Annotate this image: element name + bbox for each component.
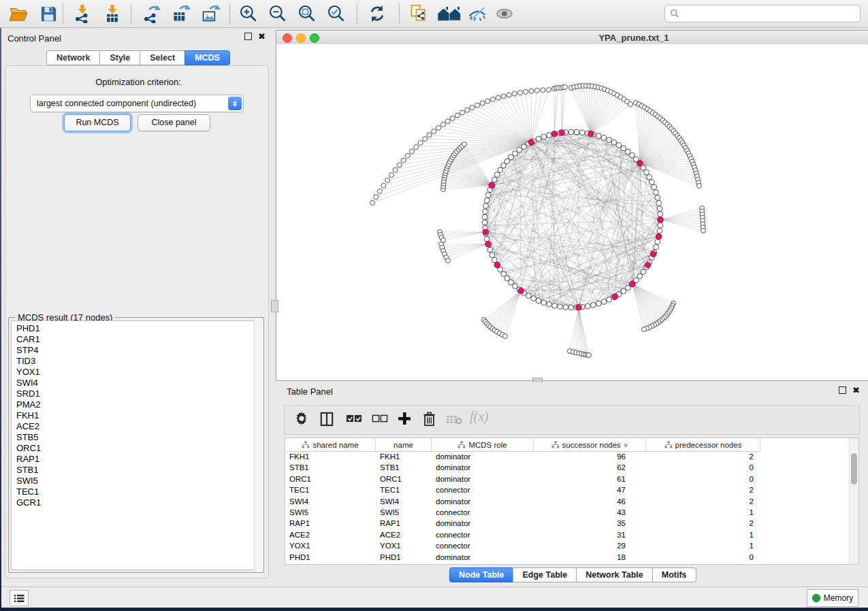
- table-row[interactable]: TEC1TEC1connector472: [285, 484, 760, 495]
- tab-network[interactable]: Network: [46, 50, 99, 65]
- network-window-titlebar[interactable]: YPA_prune.txt_1: [276, 31, 868, 45]
- export-table-icon[interactable]: [170, 4, 193, 23]
- table-row[interactable]: SWI5SWI5connector431: [285, 507, 760, 518]
- mcds-result-item[interactable]: CAR1: [12, 334, 261, 345]
- select-stepper-icon: [228, 97, 242, 110]
- mcds-result-item[interactable]: STP4: [12, 345, 261, 356]
- tab-style[interactable]: Style: [99, 50, 140, 65]
- float-window-icon[interactable]: [839, 386, 846, 394]
- show-graphics-icon[interactable]: [493, 4, 516, 23]
- mcds-result-item[interactable]: STB5: [12, 432, 261, 443]
- optimization-criterion-select[interactable]: largest connected component (undirected): [30, 95, 244, 112]
- memory-status-icon: [812, 594, 820, 602]
- mcds-result-item[interactable]: SWI4: [12, 378, 261, 389]
- mcds-result-scrollbar[interactable]: [254, 318, 263, 572]
- cell-predecessor-nodes: 0: [646, 552, 760, 563]
- table-panel: Table Panel ✖: [276, 382, 868, 584]
- save-icon[interactable]: [37, 4, 60, 23]
- mcds-result-item[interactable]: ORC1: [12, 443, 261, 454]
- mcds-result-item[interactable]: TID3: [12, 356, 261, 367]
- mcds-result-item[interactable]: ACE2: [12, 421, 261, 432]
- table-row[interactable]: FKH1FKH1dominator962: [285, 451, 760, 462]
- delete-trash-icon[interactable]: [423, 412, 436, 427]
- search-input[interactable]: [679, 7, 860, 20]
- cell-shared-name: SWI5: [285, 507, 376, 518]
- cell-MCDS-role: connector: [432, 529, 534, 540]
- column-header-name[interactable]: name: [376, 438, 432, 451]
- cell-predecessor-nodes: 2: [646, 518, 760, 529]
- cell-successor-nodes: 46: [534, 496, 646, 507]
- memory-button[interactable]: Memory: [807, 589, 858, 607]
- mcds-result-item[interactable]: TEC1: [12, 486, 261, 497]
- hide-graphics-icon[interactable]: [466, 4, 489, 23]
- cell-successor-nodes: 47: [534, 484, 646, 495]
- cell-name: SWI5: [376, 507, 432, 518]
- column-header-successor-nodes[interactable]: successor nodes∨: [534, 438, 646, 451]
- mcds-result-item[interactable]: SWI5: [12, 476, 261, 486]
- cell-name: ORC1: [376, 474, 432, 484]
- mcds-result-item[interactable]: SRD1: [12, 389, 261, 399]
- tab-node-table[interactable]: Node Table: [449, 567, 513, 582]
- close-panel-icon[interactable]: ✖: [258, 33, 266, 40]
- tab-edge-table[interactable]: Edge Table: [513, 567, 576, 582]
- cell-successor-nodes: 62: [534, 462, 646, 473]
- table-row[interactable]: YOX1YOX1connector291: [285, 540, 760, 551]
- settings-gear-icon[interactable]: [294, 412, 309, 427]
- duplicate-network-icon[interactable]: [407, 4, 430, 23]
- mcds-result-item[interactable]: FKH1: [12, 410, 261, 421]
- mcds-result-item[interactable]: GCR1: [12, 497, 261, 508]
- cell-shared-name: FKH1: [285, 451, 376, 462]
- cell-shared-name: TEC1: [285, 484, 376, 495]
- zoom-selected-icon[interactable]: [325, 4, 348, 23]
- table-row[interactable]: PHD1PHD1dominator180: [285, 552, 760, 563]
- import-table-icon[interactable]: [101, 4, 124, 23]
- mcds-result-item[interactable]: STB1: [12, 465, 261, 476]
- float-window-icon[interactable]: [244, 33, 252, 40]
- table-scrollbar[interactable]: [849, 438, 858, 564]
- home-icon[interactable]: [436, 4, 463, 23]
- tab-network-table[interactable]: Network Table: [576, 567, 652, 582]
- task-list-button[interactable]: [10, 590, 29, 606]
- mcds-result-item[interactable]: YOX1: [12, 367, 261, 378]
- mcds-result-item[interactable]: PMA2: [12, 399, 261, 410]
- tab-select[interactable]: Select: [140, 50, 184, 65]
- mcds-result-item[interactable]: RAP1: [12, 454, 261, 465]
- cell-MCDS-role: dominator: [432, 496, 534, 507]
- close-panel-icon[interactable]: ✖: [852, 386, 860, 394]
- vertical-splitter-handle[interactable]: [271, 300, 278, 312]
- zoom-in-icon[interactable]: [237, 4, 260, 23]
- open-folder-icon[interactable]: [7, 4, 30, 23]
- import-network-icon[interactable]: [71, 4, 94, 23]
- cell-MCDS-role: dominator: [432, 552, 534, 563]
- table-row[interactable]: SWI4SWI4dominator462: [285, 496, 760, 507]
- delete-table-icon: [446, 414, 462, 425]
- cell-name: FKH1: [376, 451, 432, 462]
- columns-icon[interactable]: [320, 412, 334, 427]
- cell-MCDS-role: connector: [432, 540, 534, 551]
- export-image-icon[interactable]: [199, 4, 223, 23]
- table-scrollbar-thumb[interactable]: [851, 453, 857, 484]
- column-header-shared-name[interactable]: shared name: [285, 438, 376, 451]
- close-panel-button[interactable]: Close panel: [138, 114, 210, 131]
- tab-motifs[interactable]: Motifs: [652, 567, 696, 582]
- table-row[interactable]: ORC1ORC1dominator610: [285, 474, 760, 484]
- cell-shared-name: STB1: [285, 462, 376, 473]
- table-row[interactable]: ACE2ACE2connector311: [285, 529, 760, 540]
- add-icon[interactable]: [398, 412, 411, 425]
- table-row[interactable]: STB1STB1dominator620: [285, 462, 760, 473]
- network-canvas[interactable]: [276, 44, 867, 380]
- column-header-predecessor-nodes[interactable]: predecessor nodes: [646, 438, 760, 451]
- zoom-out-icon[interactable]: [266, 4, 289, 23]
- export-network-icon[interactable]: [140, 4, 163, 23]
- list-icon: [14, 594, 25, 603]
- mcds-result-item[interactable]: PHD1: [12, 321, 261, 334]
- unselect-all-icon[interactable]: [372, 414, 388, 423]
- zoom-fit-icon[interactable]: [295, 4, 319, 23]
- tab-mcds[interactable]: MCDS: [184, 50, 230, 65]
- select-all-icon[interactable]: [346, 414, 362, 423]
- table-row[interactable]: RAP1RAP1dominator352: [285, 518, 760, 529]
- control-panel: Control Panel ✖ NetworkStyleSelectMCDS O…: [1, 28, 276, 587]
- refresh-icon[interactable]: [366, 4, 389, 23]
- column-header-MCDS-role[interactable]: MCDS role: [432, 438, 534, 451]
- run-mcds-button[interactable]: Run MCDS: [64, 114, 131, 131]
